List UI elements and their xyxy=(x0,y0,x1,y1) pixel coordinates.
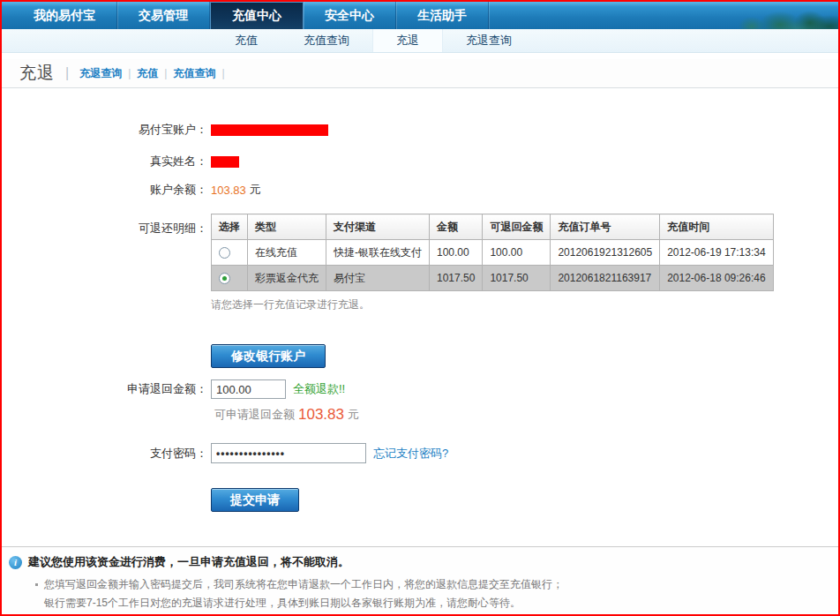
link-separator: | xyxy=(221,67,224,79)
refundable-records-table: 选择 类型 支付渠道 金额 可退回金额 充值订单号 充值时间 在线充值 快捷-银… xyxy=(211,214,774,291)
row2-order-no: 2012061821163917 xyxy=(551,266,660,291)
notice-section: i 建议您使用该资金进行消费，一旦申请充值退回，将不能取消。 您填写退回金额并输… xyxy=(2,546,838,616)
col-order-no: 充值订单号 xyxy=(551,214,660,240)
full-refund-link[interactable]: 全额退款!! xyxy=(293,381,345,397)
title-divider: | xyxy=(65,65,69,81)
subnav-item-recharge-query[interactable]: 充值查询 xyxy=(281,29,372,52)
notice-header: i 建议您使用该资金进行消费，一旦申请充值退回，将不能取消。 xyxy=(9,554,829,570)
row2-time: 2012-06-18 09:26:46 xyxy=(660,266,773,291)
col-amount: 金额 xyxy=(430,214,483,240)
real-name-row: 真实姓名： xyxy=(2,154,838,169)
notice-line: 网银充退的金额将退回到您原来充值的银行账户，请您留意。 xyxy=(9,612,829,616)
link-separator: | xyxy=(128,67,131,79)
payment-password-input[interactable] xyxy=(211,443,366,463)
submit-application-button[interactable]: 提交申请 xyxy=(211,488,299,512)
title-bar: 充退 | 充退查询 | 充值 | 充值查询 | xyxy=(2,59,838,88)
col-channel: 支付渠道 xyxy=(326,214,430,240)
subnav-item-refund-query[interactable]: 充退查询 xyxy=(443,29,535,52)
row1-type: 在线充值 xyxy=(248,240,326,266)
col-time: 充值时间 xyxy=(660,214,773,240)
row2-channel: 易付宝 xyxy=(326,266,430,291)
title-link-recharge[interactable]: 充值 xyxy=(137,66,158,81)
real-name-value-redacted xyxy=(211,156,239,168)
available-refund-label: 可申请退回金额 xyxy=(214,407,295,423)
spacer xyxy=(2,53,838,59)
col-type: 类型 xyxy=(248,214,326,240)
notice-heading: 建议您使用该资金进行消费，一旦申请充值退回，将不能取消。 xyxy=(28,554,349,570)
refundable-detail-label: 可退还明细： xyxy=(2,214,207,237)
table-row-selected: 彩票返金代充 易付宝 1017.50 1017.50 2012061821163… xyxy=(212,266,774,291)
row1-order-no: 2012061921312605 xyxy=(551,240,660,266)
real-name-label: 真实姓名： xyxy=(2,154,207,169)
notice-lines: 您填写退回金额并输入密码提交后，我司系统将在您申请退款一个工作日内，将您的退款信… xyxy=(9,575,829,616)
table-row: 在线充值 快捷-银联在线支付 100.00 100.00 20120619213… xyxy=(212,240,774,266)
nav-item-security-center[interactable]: 安全中心 xyxy=(304,2,396,29)
row1-time: 2012-06-19 17:13:34 xyxy=(660,240,773,266)
balance-unit: 元 xyxy=(250,182,261,198)
modify-bank-row: 修改银行账户 xyxy=(211,344,838,368)
decorative-trees-image xyxy=(706,2,838,29)
row2-amount: 1017.50 xyxy=(430,266,483,291)
title-link-recharge-query[interactable]: 充值查询 xyxy=(173,66,215,81)
info-icon: i xyxy=(9,556,22,569)
subnav-item-recharge[interactable]: 充值 xyxy=(212,29,281,52)
refundable-detail-row: 可退还明细： 选择 类型 支付渠道 金额 可退回金额 充值订单号 充值时间 在线… xyxy=(2,214,838,291)
col-refundable: 可退回金额 xyxy=(483,214,551,240)
refund-page: { "nav": { "items": [ { "label": "我的易付宝"… xyxy=(0,0,840,616)
refund-amount-row: 申请退回金额： 全额退款!! xyxy=(2,379,838,399)
submit-row: 提交申请 xyxy=(211,488,838,512)
password-row: 支付密码： 忘记支付密码? xyxy=(2,443,838,463)
nav-item-my-yifubao[interactable]: 我的易付宝 xyxy=(12,2,117,29)
notice-line-continued: 银行需要7-15个工作日对您的充退请求进行处理，具体到账日期以各家银行账期为准，… xyxy=(9,594,829,612)
refund-form: 易付宝账户： 真实姓名： 账户余额： 103.83 元 可退还明细： 选择 类型… xyxy=(2,122,838,546)
link-separator: | xyxy=(164,67,167,79)
balance-value: 103.83 xyxy=(211,184,246,197)
row1-refundable: 100.00 xyxy=(483,240,551,266)
refund-amount-input[interactable] xyxy=(211,379,286,399)
nav-item-recharge-center[interactable]: 充值中心 xyxy=(210,2,304,29)
modify-bank-account-button[interactable]: 修改银行账户 xyxy=(211,344,326,368)
subnav-item-refund[interactable]: 充退 xyxy=(372,29,443,52)
nav-item-transaction-management[interactable]: 交易管理 xyxy=(117,2,210,29)
forgot-password-link[interactable]: 忘记支付密码? xyxy=(373,446,448,462)
account-label: 易付宝账户： xyxy=(2,122,207,138)
refund-amount-label: 申请退回金额： xyxy=(2,381,207,397)
table-header-row: 选择 类型 支付渠道 金额 可退回金额 充值订单号 充值时间 xyxy=(212,214,774,240)
row1-amount: 100.00 xyxy=(430,240,483,266)
available-refund-value: 103.83 xyxy=(298,406,344,424)
page-title: 充退 xyxy=(19,62,55,85)
row1-channel: 快捷-银联在线支付 xyxy=(326,240,430,266)
account-value-redacted xyxy=(211,124,328,136)
row2-type: 彩票返金代充 xyxy=(248,266,326,291)
title-link-refund-query[interactable]: 充退查询 xyxy=(79,66,122,81)
notice-line: 您填写退回金额并输入密码提交后，我司系统将在您申请退款一个工作日内，将您的退款信… xyxy=(9,575,829,594)
row1-radio[interactable] xyxy=(219,247,230,259)
available-refund-unit: 元 xyxy=(348,407,359,423)
top-navbar: 我的易付宝 交易管理 充值中心 安全中心 生活助手 xyxy=(2,2,838,29)
balance-label: 账户余额： xyxy=(2,182,207,198)
balance-row: 账户余额： 103.83 元 xyxy=(2,182,838,198)
available-refund-row: 可申请退回金额 103.83 元 xyxy=(211,406,838,424)
row2-radio-checked[interactable] xyxy=(219,273,230,284)
col-select: 选择 xyxy=(212,214,248,240)
row2-refundable: 1017.50 xyxy=(483,266,551,291)
sub-navbar: 充值 充值查询 充退 充退查询 xyxy=(2,29,838,53)
nav-item-life-assistant[interactable]: 生活助手 xyxy=(396,2,489,29)
account-row: 易付宝账户： xyxy=(2,122,838,138)
title-links: 充退查询 | 充值 | 充值查询 | xyxy=(79,66,230,81)
password-label: 支付密码： xyxy=(2,446,207,462)
table-note: 请您选择一行充值记录进行充退。 xyxy=(211,297,838,312)
